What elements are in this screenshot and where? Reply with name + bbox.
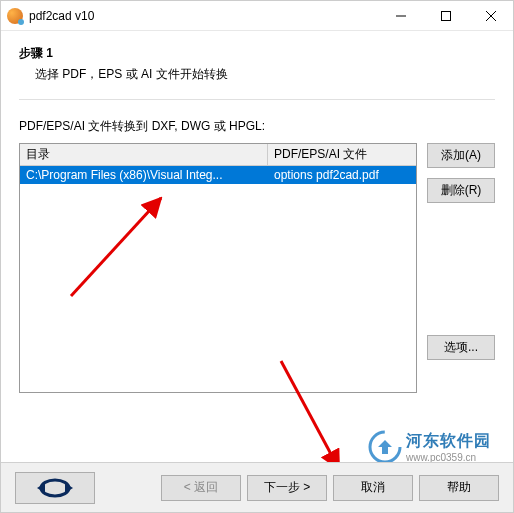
close-button[interactable] xyxy=(468,1,513,30)
table-body: C:\Program Files (x86)\Visual Integ... o… xyxy=(20,166,416,184)
table-row[interactable]: C:\Program Files (x86)\Visual Integ... o… xyxy=(20,166,416,184)
format-label: PDF/EPS/AI 文件转换到 DXF, DWG 或 HPGL: xyxy=(19,118,495,135)
col-file[interactable]: PDF/EPS/AI 文件 xyxy=(268,144,416,165)
table-header: 目录 PDF/EPS/AI 文件 xyxy=(20,144,416,166)
cancel-button[interactable]: 取消 xyxy=(333,475,413,501)
help-button[interactable]: 帮助 xyxy=(419,475,499,501)
refresh-icon xyxy=(33,477,77,499)
main-row: 目录 PDF/EPS/AI 文件 C:\Program Files (x86)\… xyxy=(19,143,495,393)
content-area: 步骤 1 选择 PDF，EPS 或 AI 文件开始转换 PDF/EPS/AI 文… xyxy=(1,31,513,462)
app-icon xyxy=(7,8,23,24)
back-button[interactable]: < 返回 xyxy=(161,475,241,501)
cell-file: options pdf2cad.pdf xyxy=(268,166,416,184)
next-button[interactable]: 下一步 > xyxy=(247,475,327,501)
divider xyxy=(19,99,495,100)
logo-button[interactable] xyxy=(15,472,95,504)
svg-rect-1 xyxy=(441,11,450,20)
maximize-button[interactable] xyxy=(423,1,468,30)
col-directory[interactable]: 目录 xyxy=(20,144,268,165)
add-button[interactable]: 添加(A) xyxy=(427,143,495,168)
remove-button[interactable]: 删除(R) xyxy=(427,178,495,203)
titlebar: pdf2cad v10 xyxy=(1,1,513,31)
side-buttons: 添加(A) 删除(R) 选项... xyxy=(427,143,495,393)
minimize-button[interactable] xyxy=(378,1,423,30)
window-title: pdf2cad v10 xyxy=(29,9,378,23)
window-controls xyxy=(378,1,513,30)
footer: < 返回 下一步 > 取消 帮助 xyxy=(1,462,513,512)
options-button[interactable]: 选项... xyxy=(427,335,495,360)
cell-directory: C:\Program Files (x86)\Visual Integ... xyxy=(20,166,268,184)
file-table[interactable]: 目录 PDF/EPS/AI 文件 C:\Program Files (x86)\… xyxy=(19,143,417,393)
step-description: 选择 PDF，EPS 或 AI 文件开始转换 xyxy=(35,66,495,83)
step-title: 步骤 1 xyxy=(19,45,495,62)
